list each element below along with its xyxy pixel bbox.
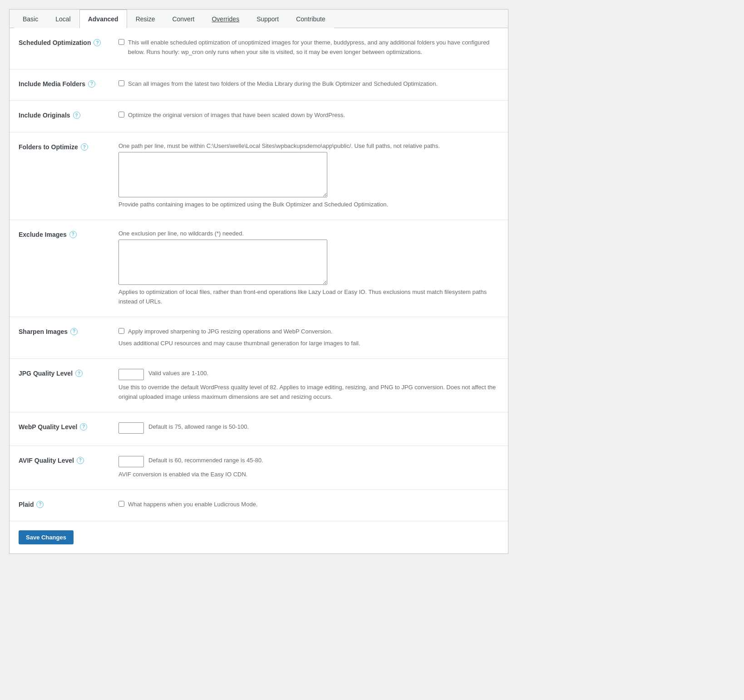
field-col-folders-to-optimize: One path per line, must be within C:\Use… xyxy=(118,142,499,210)
textarea-folders-to-optimize[interactable] xyxy=(118,152,327,197)
settings-row-jpg-quality-level: JPG Quality Level?Valid values are 1-100… xyxy=(10,359,508,412)
help-icon-include-media-folders[interactable]: ? xyxy=(88,80,95,88)
textarea-exclude-images[interactable] xyxy=(118,240,327,285)
inline-description-webp-quality-level: Default is 75, allowed range is 50-100. xyxy=(148,422,249,432)
inline-description-avif-quality-level: Default is 60, recommended range is 45-8… xyxy=(148,456,263,465)
settings-row-include-media-folders: Include Media Folders?Scan all images fr… xyxy=(10,69,508,101)
field-col-jpg-quality-level: Valid values are 1-100.Use this to overr… xyxy=(118,369,499,402)
label-include-originals: Include Originals? xyxy=(19,111,109,119)
description-plaid: What happens when you enable Ludicrous M… xyxy=(128,500,257,509)
help-icon-exclude-images[interactable]: ? xyxy=(69,231,77,238)
description-below-folders-to-optimize: Provide paths containing images to be op… xyxy=(118,200,499,210)
checkbox-include-originals[interactable] xyxy=(118,112,124,117)
field-col-avif-quality-level: Default is 60, recommended range is 45-8… xyxy=(118,456,499,480)
checkbox-row-scheduled-optimization: This will enable scheduled optimization … xyxy=(118,38,499,59)
field-col-webp-quality-level: Default is 75, allowed range is 50-100. xyxy=(118,422,499,436)
description-include-media-folders: Scan all images from the latest two fold… xyxy=(128,79,438,89)
settings-row-scheduled-optimization: Scheduled Optimization?This will enable … xyxy=(10,28,508,69)
checkbox-sharpen-images[interactable] xyxy=(118,328,124,334)
help-icon-folders-to-optimize[interactable]: ? xyxy=(81,143,88,151)
label-include-media-folders: Include Media Folders? xyxy=(19,79,109,88)
inline-row-avif-quality-level: Default is 60, recommended range is 45-8… xyxy=(118,456,499,467)
settings-row-plaid: Plaid?What happens when you enable Ludic… xyxy=(10,490,508,521)
description-include-originals: Optimize the original version of images … xyxy=(128,111,345,120)
tab-resize[interactable]: Resize xyxy=(127,10,164,28)
inline-row-webp-quality-level: Default is 75, allowed range is 50-100. xyxy=(118,422,499,434)
settings-row-webp-quality-level: WebP Quality Level?Default is 75, allowe… xyxy=(10,412,508,446)
path-hint-folders-to-optimize: One path per line, must be within C:\Use… xyxy=(118,142,499,149)
field-col-exclude-images: One exclusion per line, no wildcards (*)… xyxy=(118,230,499,307)
settings-row-folders-to-optimize: Folders to Optimize?One path per line, m… xyxy=(10,132,508,220)
save-changes-button[interactable]: Save Changes xyxy=(19,530,74,544)
checkbox-row-include-media-folders: Scan all images from the latest two fold… xyxy=(118,79,499,91)
description-below-avif-quality-level: AVIF conversion is enabled via the Easy … xyxy=(118,470,499,480)
label-webp-quality-level: WebP Quality Level? xyxy=(19,422,109,431)
label-avif-quality-level: AVIF Quality Level? xyxy=(19,456,109,464)
help-icon-plaid[interactable]: ? xyxy=(36,501,44,508)
tab-contribute[interactable]: Contribute xyxy=(287,10,334,28)
tab-basic[interactable]: Basic xyxy=(14,10,47,28)
help-icon-include-originals[interactable]: ? xyxy=(73,112,80,119)
field-col-include-originals: Optimize the original version of images … xyxy=(118,111,499,122)
settings-panel: BasicLocalAdvancedResizeConvertOverrides… xyxy=(9,9,508,554)
inline-description-jpg-quality-level: Valid values are 1-100. xyxy=(148,369,208,378)
label-jpg-quality-level: JPG Quality Level? xyxy=(19,369,109,377)
field-col-sharpen-images: Apply improved sharpening to JPG resizin… xyxy=(118,327,499,349)
tabs-bar: BasicLocalAdvancedResizeConvertOverrides… xyxy=(10,10,508,28)
settings-row-avif-quality-level: AVIF Quality Level?Default is 60, recomm… xyxy=(10,446,508,490)
label-folders-to-optimize: Folders to Optimize? xyxy=(19,142,109,151)
checkbox-scheduled-optimization[interactable] xyxy=(118,39,124,45)
help-icon-webp-quality-level[interactable]: ? xyxy=(80,423,87,431)
save-section: Save Changes xyxy=(10,521,508,553)
inline-row-jpg-quality-level: Valid values are 1-100. xyxy=(118,369,499,380)
checkbox-include-media-folders[interactable] xyxy=(118,80,124,86)
checkbox-plaid[interactable] xyxy=(118,501,124,507)
settings-row-sharpen-images: Sharpen Images?Apply improved sharpening… xyxy=(10,317,508,359)
checkbox-row-sharpen-images: Apply improved sharpening to JPG resizin… xyxy=(118,327,499,338)
settings-content: Scheduled Optimization?This will enable … xyxy=(10,28,508,521)
input-webp-quality-level[interactable] xyxy=(118,422,144,434)
input-avif-quality-level[interactable] xyxy=(118,456,144,467)
label-exclude-images: Exclude Images? xyxy=(19,230,109,238)
label-scheduled-optimization: Scheduled Optimization? xyxy=(19,38,109,46)
description-scheduled-optimization: This will enable scheduled optimization … xyxy=(128,38,499,57)
description-sharpen-images: Apply improved sharpening to JPG resizin… xyxy=(128,327,332,337)
checkbox-row-plaid: What happens when you enable Ludicrous M… xyxy=(118,500,499,511)
help-icon-avif-quality-level[interactable]: ? xyxy=(77,457,84,464)
tab-advanced[interactable]: Advanced xyxy=(79,10,127,28)
field-col-scheduled-optimization: This will enable scheduled optimization … xyxy=(118,38,499,59)
description-below-sharpen-images: Uses additional CPU resources and may ca… xyxy=(118,339,499,348)
help-icon-jpg-quality-level[interactable]: ? xyxy=(75,370,83,377)
field-col-include-media-folders: Scan all images from the latest two fold… xyxy=(118,79,499,91)
path-hint-exclude-images: One exclusion per line, no wildcards (*)… xyxy=(118,230,499,237)
help-icon-sharpen-images[interactable]: ? xyxy=(70,328,78,335)
settings-row-include-originals: Include Originals?Optimize the original … xyxy=(10,101,508,132)
tab-convert[interactable]: Convert xyxy=(163,10,203,28)
input-jpg-quality-level[interactable] xyxy=(118,369,144,380)
label-sharpen-images: Sharpen Images? xyxy=(19,327,109,335)
tab-overrides[interactable]: Overrides xyxy=(203,10,248,28)
help-icon-scheduled-optimization[interactable]: ? xyxy=(94,39,101,46)
label-plaid: Plaid? xyxy=(19,500,109,508)
description-below-exclude-images: Applies to optimization of local files, … xyxy=(118,288,499,307)
description-below-jpg-quality-level: Use this to override the default WordPre… xyxy=(118,383,499,402)
field-col-plaid: What happens when you enable Ludicrous M… xyxy=(118,500,499,511)
tab-support[interactable]: Support xyxy=(248,10,287,28)
settings-row-exclude-images: Exclude Images?One exclusion per line, n… xyxy=(10,220,508,317)
tab-local[interactable]: Local xyxy=(47,10,79,28)
checkbox-row-include-originals: Optimize the original version of images … xyxy=(118,111,499,122)
